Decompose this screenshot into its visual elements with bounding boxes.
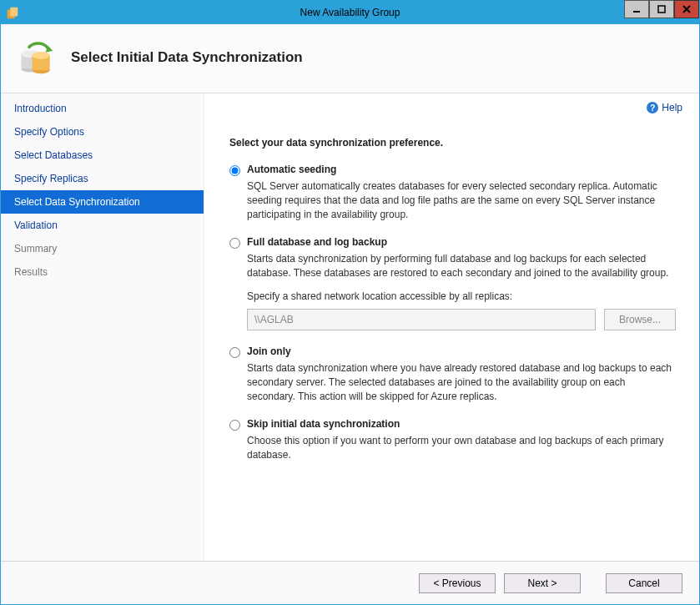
sidebar-item-select-data-synchronization[interactable]: Select Data Synchronization <box>1 190 204 214</box>
sidebar-item-validation[interactable]: Validation <box>1 214 204 237</box>
radio-join-only[interactable] <box>229 347 240 358</box>
share-path-row: Browse... <box>247 309 676 330</box>
option-skip-row[interactable]: Skip initial data synchronization <box>229 418 676 431</box>
wizard-header: Select Initial Data Synchronization <box>1 24 699 93</box>
sidebar-item-specify-options[interactable]: Specify Options <box>1 120 204 144</box>
maximize-button[interactable] <box>649 0 674 18</box>
option-skip-label: Skip initial data synchronization <box>247 418 400 430</box>
wizard-sidebar: Introduction Specify Options Select Data… <box>1 93 204 561</box>
app-icon <box>5 5 20 20</box>
option-automatic-seeding: Automatic seeding SQL Server automatical… <box>229 164 682 221</box>
option-automatic-seeding-label: Automatic seeding <box>247 164 336 175</box>
sidebar-item-introduction[interactable]: Introduction <box>1 97 204 120</box>
wizard-footer: < Previous Next > Cancel <box>1 561 699 604</box>
option-full-backup: Full database and log backup Starts data… <box>229 236 682 330</box>
browse-button: Browse... <box>604 309 676 330</box>
share-path-prompt: Specify a shared network location access… <box>247 290 676 302</box>
radio-skip[interactable] <box>229 420 240 431</box>
option-full-backup-label: Full database and log backup <box>247 236 387 248</box>
option-automatic-seeding-row[interactable]: Automatic seeding <box>229 164 676 176</box>
previous-button[interactable]: < Previous <box>419 573 496 593</box>
svg-point-11 <box>33 52 50 59</box>
radio-full-backup[interactable] <box>229 238 240 249</box>
svg-rect-1 <box>10 8 18 17</box>
option-join-only-desc: Starts data synchronization where you ha… <box>247 361 676 403</box>
minimize-button[interactable] <box>624 0 649 18</box>
svg-rect-3 <box>658 6 665 13</box>
close-button[interactable] <box>674 0 699 18</box>
sidebar-item-summary: Summary <box>1 237 204 260</box>
share-path-input <box>247 309 596 330</box>
option-join-only-label: Join only <box>247 345 291 357</box>
next-button[interactable]: Next > <box>504 573 581 593</box>
sidebar-item-results: Results <box>1 260 204 284</box>
sidebar-item-specify-replicas[interactable]: Specify Replicas <box>1 167 204 190</box>
option-skip-desc: Choose this option if you want to perfor… <box>247 434 676 462</box>
window-controls <box>624 1 699 24</box>
option-full-backup-desc: Starts data synchronization by performin… <box>247 252 676 280</box>
option-join-only: Join only Starts data synchronization wh… <box>229 345 682 403</box>
help-label: Help <box>662 102 682 113</box>
wizard-body: Introduction Specify Options Select Data… <box>1 93 699 561</box>
sync-icon <box>18 39 54 76</box>
content-prompt: Select your data synchronization prefere… <box>229 137 682 149</box>
page-title: Select Initial Data Synchronization <box>71 49 303 66</box>
cancel-button[interactable]: Cancel <box>606 573 682 593</box>
sidebar-item-select-databases[interactable]: Select Databases <box>1 144 204 167</box>
radio-automatic-seeding[interactable] <box>229 165 240 176</box>
option-full-backup-row[interactable]: Full database and log backup <box>229 236 676 249</box>
option-join-only-row[interactable]: Join only <box>229 345 676 358</box>
window-title: New Availability Group <box>300 7 400 18</box>
wizard-window: New Availability Group <box>0 0 700 605</box>
help-icon: ? <box>647 102 658 113</box>
option-automatic-seeding-desc: SQL Server automatically creates databas… <box>247 179 676 221</box>
wizard-content: ? Help Select your data synchronization … <box>204 93 699 561</box>
titlebar: New Availability Group <box>1 1 699 24</box>
help-link[interactable]: ? Help <box>647 102 682 113</box>
option-skip: Skip initial data synchronization Choose… <box>229 418 682 462</box>
